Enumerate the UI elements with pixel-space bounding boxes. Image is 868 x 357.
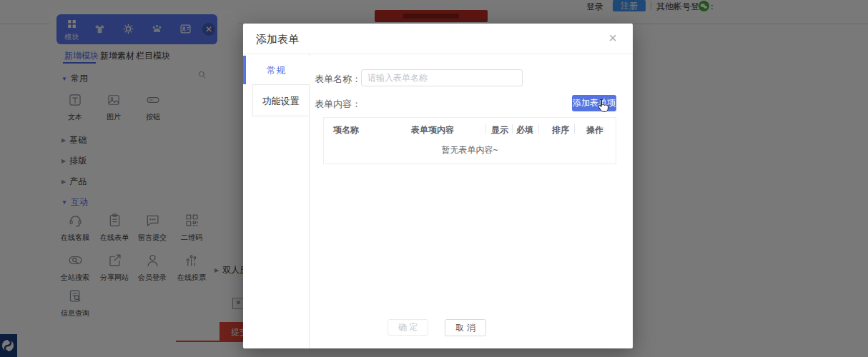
empty-state-text: 暂无表单内容~ bbox=[324, 144, 616, 156]
form-content-label: 表单内容： bbox=[311, 98, 361, 111]
form-name-label: 表单名称： bbox=[311, 73, 361, 86]
column-header-required: 必填 bbox=[516, 124, 533, 136]
tab-function-settings-label: 功能设置 bbox=[252, 95, 309, 108]
column-header-item-content: 表单项内容 bbox=[411, 124, 454, 136]
tabs-divider bbox=[309, 54, 310, 348]
column-header-action: 操作 bbox=[586, 124, 603, 136]
column-divider bbox=[538, 124, 539, 134]
form-items-table: 项名称 表单项内容 显示 必填 排序 操作 暂无表单内容~ bbox=[323, 117, 616, 164]
cancel-button[interactable]: 取 消 bbox=[445, 319, 486, 336]
confirm-button[interactable]: 确 定 bbox=[388, 319, 428, 336]
mouse-hand-cursor bbox=[596, 98, 609, 114]
column-divider bbox=[512, 124, 513, 134]
column-header-item-name: 项名称 bbox=[333, 124, 359, 136]
dialog-close-icon[interactable]: × bbox=[603, 29, 622, 47]
column-divider bbox=[574, 124, 575, 134]
column-header-show: 显示 bbox=[491, 124, 508, 136]
column-divider bbox=[485, 124, 486, 134]
editor-screen: 登录 注册 其他帐号登录： 模块 bbox=[0, 0, 868, 357]
form-name-input[interactable] bbox=[361, 69, 523, 86]
column-header-sort: 排序 bbox=[552, 124, 569, 136]
dialog-header-divider bbox=[243, 54, 633, 54]
add-form-item-button[interactable]: 添加表单项 bbox=[572, 95, 616, 111]
tab-general-label: 常规 bbox=[243, 64, 309, 77]
add-form-dialog: 添加表单 × 常规 功能设置 表单名称： 表单内容： 添加表单项 项名称 表单项… bbox=[243, 24, 633, 348]
dialog-title: 添加表单 bbox=[256, 33, 299, 46]
